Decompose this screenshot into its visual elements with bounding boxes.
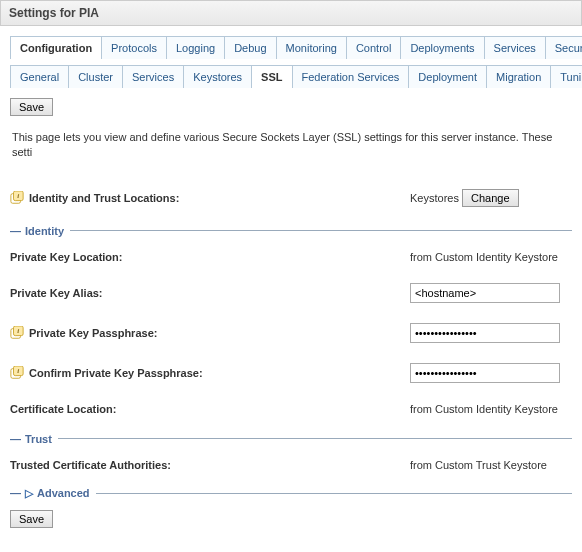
svg-text:i: i bbox=[17, 327, 19, 335]
page-title: Settings for PIA bbox=[0, 0, 582, 26]
tab-protocols[interactable]: Protocols bbox=[101, 36, 167, 59]
identity-trust-value: Keystores bbox=[410, 192, 459, 204]
tab-services[interactable]: Services bbox=[484, 36, 546, 59]
section-trust: —Trust bbox=[10, 433, 572, 445]
sub-tab-row: GeneralClusterServicesKeystoresSSLFedera… bbox=[10, 65, 572, 88]
certificate-location-label: Certificate Location: bbox=[10, 403, 116, 415]
subtab-ssl[interactable]: SSL bbox=[251, 65, 292, 88]
section-identity: —Identity bbox=[10, 225, 572, 237]
svg-text:i: i bbox=[17, 192, 19, 200]
change-button[interactable]: Change bbox=[462, 189, 519, 207]
advanced-toggle[interactable]: —▷Advanced bbox=[10, 487, 572, 500]
expand-icon: ▷ bbox=[25, 487, 33, 500]
section-trust-label: Trust bbox=[25, 433, 52, 445]
private-key-alias-label: Private Key Alias: bbox=[10, 287, 103, 299]
trusted-cas-value: from Custom Trust Keystore bbox=[410, 459, 572, 471]
subtab-cluster[interactable]: Cluster bbox=[68, 65, 123, 88]
private-key-passphrase-input[interactable] bbox=[410, 323, 560, 343]
identity-trust-label: Identity and Trust Locations: bbox=[29, 192, 179, 204]
subtab-tuning[interactable]: Tuning bbox=[550, 65, 582, 88]
subtab-keystores[interactable]: Keystores bbox=[183, 65, 252, 88]
private-key-location-value: from Custom Identity Keystore bbox=[410, 251, 572, 263]
svg-text:i: i bbox=[17, 367, 19, 375]
tab-security[interactable]: Security bbox=[545, 36, 582, 59]
tab-debug[interactable]: Debug bbox=[224, 36, 276, 59]
info-icon: i bbox=[10, 326, 24, 340]
private-key-passphrase-label: Private Key Passphrase: bbox=[29, 327, 157, 339]
info-icon: i bbox=[10, 191, 24, 205]
subtab-services[interactable]: Services bbox=[122, 65, 184, 88]
private-key-location-label: Private Key Location: bbox=[10, 251, 122, 263]
save-button-bottom[interactable]: Save bbox=[10, 510, 53, 528]
info-icon: i bbox=[10, 366, 24, 380]
certificate-location-value: from Custom Identity Keystore bbox=[410, 403, 572, 415]
confirm-passphrase-input[interactable] bbox=[410, 363, 560, 383]
tab-monitoring[interactable]: Monitoring bbox=[276, 36, 347, 59]
main-tab-row: ConfigurationProtocolsLoggingDebugMonito… bbox=[10, 36, 572, 59]
page-description: This page lets you view and define vario… bbox=[12, 130, 572, 161]
advanced-label: Advanced bbox=[37, 487, 90, 499]
confirm-passphrase-label: Confirm Private Key Passphrase: bbox=[29, 367, 203, 379]
subtab-general[interactable]: General bbox=[10, 65, 69, 88]
section-identity-label: Identity bbox=[25, 225, 64, 237]
save-button[interactable]: Save bbox=[10, 98, 53, 116]
subtab-federation-services[interactable]: Federation Services bbox=[292, 65, 410, 88]
subtab-migration[interactable]: Migration bbox=[486, 65, 551, 88]
private-key-alias-input[interactable] bbox=[410, 283, 560, 303]
trusted-cas-label: Trusted Certificate Authorities: bbox=[10, 459, 171, 471]
subtab-deployment[interactable]: Deployment bbox=[408, 65, 487, 88]
tab-logging[interactable]: Logging bbox=[166, 36, 225, 59]
tab-control[interactable]: Control bbox=[346, 36, 401, 59]
tab-configuration[interactable]: Configuration bbox=[10, 36, 102, 59]
tab-deployments[interactable]: Deployments bbox=[400, 36, 484, 59]
